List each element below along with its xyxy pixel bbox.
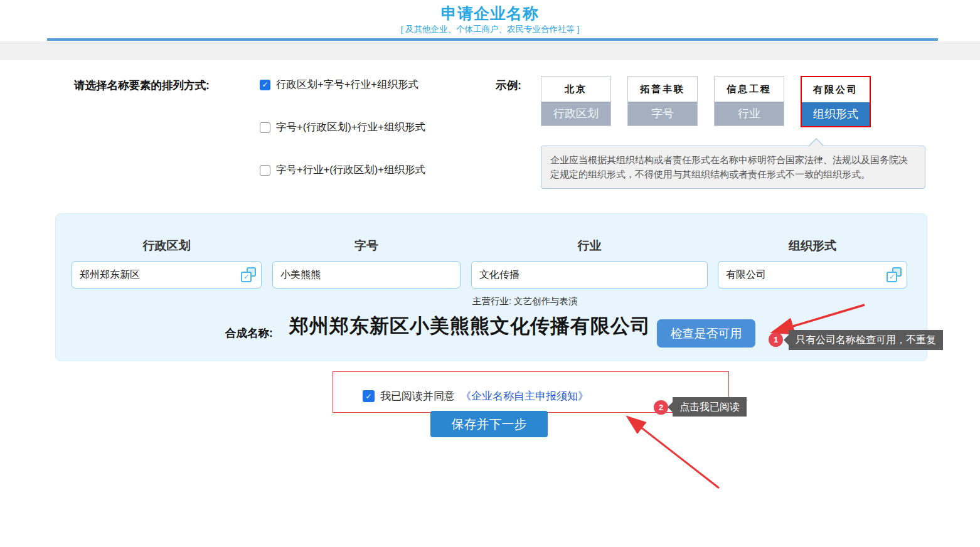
arrangement-label: 请选择名称要素的排列方式: bbox=[74, 78, 210, 93]
column-header-industry: 行业 bbox=[471, 238, 708, 254]
arrangement-option-label: 行政区划+字号+行业+组织形式 bbox=[276, 78, 418, 92]
arrangement-option-1[interactable]: 行政区划+字号+行业+组织形式 bbox=[260, 78, 418, 92]
region-input[interactable] bbox=[72, 261, 262, 289]
header-underline bbox=[47, 38, 938, 41]
orgform-note-text: 企业应当根据其组织结构或者责任形式在名称中标明符合国家法律、法规以及国务院决定规… bbox=[550, 152, 916, 182]
example-label: 示例: bbox=[496, 78, 521, 93]
tradename-input[interactable] bbox=[272, 261, 461, 289]
agreement-text: 我已阅读并同意 bbox=[380, 389, 455, 403]
arrangement-option-2[interactable]: 字号+(行政区划)+行业+组织形式 bbox=[260, 120, 425, 134]
orgform-picker-icon[interactable] bbox=[887, 267, 902, 282]
column-header-region: 行政区划 bbox=[72, 238, 262, 254]
annotation-tooltip-2: 点击我已阅读 bbox=[673, 397, 747, 417]
arrangement-option-label: 字号+行业+(行政区划)+组织形式 bbox=[276, 163, 425, 177]
tradename-field-wrap bbox=[272, 261, 461, 289]
example-name: 信息工程 bbox=[715, 77, 784, 102]
check-availability-button[interactable]: 检查是否可用 bbox=[657, 319, 755, 348]
example-category: 行政区划 bbox=[541, 102, 610, 125]
page-subtitle: [ 及其他企业、个体工商户、农民专业合作社等 ] bbox=[0, 24, 980, 35]
region-field-wrap bbox=[72, 261, 262, 289]
checkbox-unchecked-icon[interactable] bbox=[260, 165, 270, 176]
example-category: 字号 bbox=[628, 102, 697, 125]
orgform-note-box: 企业应当根据其组织结构或者责任形式在名称中标明符合国家法律、法规以及国务院决定规… bbox=[541, 146, 925, 189]
example-box-region: 北京 行政区划 bbox=[541, 76, 611, 126]
save-next-button[interactable]: 保存并下一步 bbox=[430, 411, 548, 437]
agreement-checkbox[interactable] bbox=[363, 390, 375, 402]
composed-name-value: 郑州郑东新区小美熊熊文化传播有限公司 bbox=[289, 313, 656, 339]
orgform-input[interactable] bbox=[718, 261, 907, 289]
declaration-notice-link[interactable]: 《企业名称自主申报须知》 bbox=[461, 389, 589, 403]
header-band bbox=[0, 41, 980, 60]
orgform-field-wrap bbox=[718, 261, 907, 289]
enterprise-name-application-page: 申请企业名称 [ 及其他企业、个体工商户、农民专业合作社等 ] 请选择名称要素的… bbox=[0, 0, 980, 547]
column-header-tradename: 字号 bbox=[272, 238, 461, 254]
annotation-badge-2: 2 bbox=[654, 400, 668, 415]
example-category: 组织形式 bbox=[802, 102, 870, 126]
column-header-orgform: 组织形式 bbox=[718, 238, 907, 254]
industry-field-wrap bbox=[471, 261, 708, 289]
annotation-badge-1: 1 bbox=[769, 332, 783, 347]
agreement-row: 我已阅读并同意 《企业名称自主申报须知》 bbox=[363, 389, 589, 403]
region-picker-icon[interactable] bbox=[241, 267, 256, 282]
example-category: 行业 bbox=[715, 102, 784, 125]
arrangement-option-3[interactable]: 字号+行业+(行政区划)+组织形式 bbox=[260, 163, 425, 177]
example-name: 有限公司 bbox=[802, 77, 870, 102]
page-title: 申请企业名称 bbox=[0, 3, 980, 24]
red-arrow-icon-2 bbox=[629, 418, 719, 488]
arrangement-option-label: 字号+(行政区划)+行业+组织形式 bbox=[276, 120, 425, 134]
example-box-tradename: 拓普丰联 字号 bbox=[627, 76, 698, 126]
industry-input[interactable] bbox=[471, 261, 708, 289]
composed-name-label: 合成名称: bbox=[225, 326, 273, 341]
example-name: 拓普丰联 bbox=[628, 77, 697, 102]
checkbox-unchecked-icon[interactable] bbox=[260, 122, 270, 133]
main-industry-note: 主营行业: 文艺创作与表演 bbox=[472, 295, 578, 307]
example-box-industry: 信息工程 行业 bbox=[714, 76, 784, 126]
checkbox-checked-icon[interactable] bbox=[260, 80, 270, 90]
example-name: 北京 bbox=[541, 77, 610, 102]
annotation-tooltip-1: 只有公司名称检查可用，不重复 bbox=[789, 330, 943, 350]
example-box-orgform: 有限公司 组织形式 bbox=[801, 76, 871, 127]
